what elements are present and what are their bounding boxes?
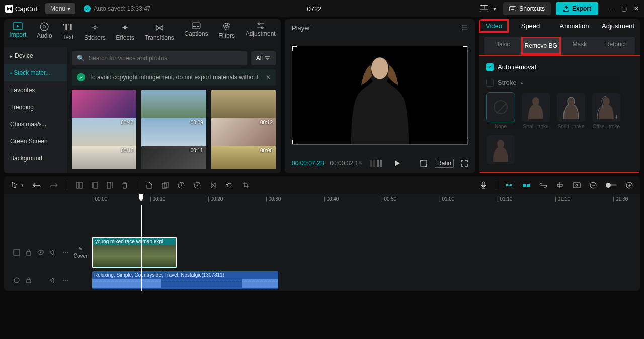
subtab-basic[interactable]: Basic [484,37,521,55]
tab-import[interactable]: Import [7,22,28,47]
trim-left-tool[interactable] [92,182,98,189]
mute-icon[interactable] [50,249,56,256]
stock-thumb[interactable]: 00:08 [211,146,276,169]
undo-button[interactable] [33,182,41,188]
preview-tool[interactable] [573,182,581,188]
copy-tool[interactable] [162,182,169,189]
video-clip[interactable]: young mixed race woman expl [92,237,177,268]
minimize-button[interactable]: — [608,5,614,12]
stroke-option-offset[interactable]: ⬇ Offse...troke [592,93,621,129]
eye-icon[interactable] [37,250,44,255]
fullscreen-button[interactable] [461,160,468,167]
tab-stickers[interactable]: ✧Stickers [82,22,108,47]
track-config-icon[interactable] [13,249,20,256]
subtab-removebg[interactable]: Remove BG [521,37,561,55]
sidebar-item-favorites[interactable]: Favorites [4,81,67,99]
timeline-ruler[interactable]: | 00:00| 00:10| 00:20| 00:30| 00:40| 00:… [4,194,640,205]
play-button[interactable] [393,160,400,167]
checkbox-off-icon[interactable] [486,79,494,87]
player-menu-button[interactable]: ☰ [462,24,468,32]
speed-tool[interactable] [178,182,185,189]
subtab-mask[interactable]: Mask [561,37,598,55]
stroke-option-solid[interactable]: Solid...troke [556,93,586,129]
stock-thumb[interactable]: 00:11 [141,146,206,169]
ratio-button[interactable]: Ratio [435,159,454,168]
playhead-line[interactable] [141,205,142,291]
mic-tool[interactable] [480,181,487,189]
resize-handle[interactable] [292,140,297,145]
rotate-tool[interactable] [226,182,233,189]
menu-button[interactable]: Menu ▾ [45,3,75,14]
lock-icon[interactable] [26,277,31,283]
checkbox-on-icon[interactable]: ✓ [486,63,494,71]
maximize-button[interactable]: ▢ [621,5,627,12]
delete-tool[interactable] [122,182,128,189]
chevron-down-icon[interactable]: ▾ [21,183,24,188]
lock-icon[interactable] [26,249,31,256]
sidebar-item-christmas[interactable]: Christmas&... [4,116,67,133]
tab-effects[interactable]: ✦Effects [114,22,136,47]
cursor-tool[interactable] [11,182,18,189]
zoom-out-button[interactable] [590,182,597,189]
tab-text[interactable]: TIText [60,22,75,47]
auto-removal-row[interactable]: ✓ Auto removal [486,63,633,71]
cover-button[interactable]: ✎ Cover [72,246,89,259]
tab-speed[interactable]: Speed [509,19,552,33]
marker-tool[interactable] [146,182,152,189]
trim-right-tool[interactable] [107,182,113,189]
align-tool[interactable] [556,182,564,189]
shortcuts-button[interactable]: Shortcuts [503,2,551,15]
tab-animation[interactable]: Animation [552,19,596,33]
split-tool[interactable] [76,182,83,189]
audio-clip[interactable]: Relaxing, Simple, Countryside, Travel, N… [92,271,278,289]
sidebar-item-greenscreen[interactable]: Green Screen [4,133,67,150]
zoom-in-button[interactable] [626,182,633,189]
stroke-option-none[interactable]: None [486,93,515,129]
crop-tool[interactable] [242,182,249,189]
stroke-option-straight[interactable]: Strai...troke [521,93,550,129]
link-tool[interactable] [539,183,547,188]
reverse-tool[interactable] [194,182,201,189]
sidebar-item-device[interactable]: ▸Device [4,47,67,64]
sidebar-item-introend[interactable]: Intro&End [4,167,67,173]
magnet-tool[interactable] [505,182,513,188]
chevron-up-icon[interactable]: ▴ [521,80,523,86]
stroke-option-extra[interactable] [486,135,515,164]
sidebar-item-background[interactable]: Background [4,150,67,167]
tab-captions[interactable]: Captions [182,22,210,47]
resize-handle[interactable] [292,46,297,51]
more-icon[interactable]: ⋯ [62,277,68,284]
more-icon[interactable]: ⋯ [62,249,68,256]
zoom-slider[interactable] [606,184,617,186]
tab-filters[interactable]: Filters [216,22,237,47]
scale-icon[interactable] [420,159,428,167]
close-warning-button[interactable]: ✕ [266,74,271,81]
resize-handle[interactable] [463,140,468,145]
mirror-tool[interactable] [210,182,217,189]
subtab-retouch[interactable]: Retouch [598,37,635,55]
tab-audio[interactable]: Audio [35,22,54,47]
tab-adjustment[interactable]: Adjustment [244,22,278,47]
resize-handle[interactable] [463,46,468,51]
preview-canvas[interactable] [292,46,468,145]
chevron-down-icon[interactable]: ▾ [491,3,498,14]
layout-icon[interactable] [478,3,490,14]
close-button[interactable]: ✕ [634,5,639,12]
sidebar-item-trending[interactable]: Trending [4,99,67,116]
tab-video[interactable]: Video [479,19,509,33]
sidebar-item-stock[interactable]: •Stock mater... [4,64,67,81]
inspector-panel: Video Speed Animation Adjustment Basic R… [479,19,640,173]
stroke-row[interactable]: Stroke ▴ [486,79,633,87]
tab-adjustment-insp[interactable]: Adjustment [596,19,640,33]
snap-tool[interactable] [522,182,530,188]
stock-thumb[interactable]: 00:16 [72,146,136,169]
track-config-icon[interactable] [13,277,20,283]
search-input-wrap[interactable]: 🔍 [72,51,247,65]
search-input[interactable] [89,55,242,62]
redo-button[interactable] [50,182,58,188]
mute-icon[interactable] [50,277,56,283]
tab-transitions[interactable]: ⋈Transitions [142,22,176,47]
export-button[interactable]: Export [556,2,598,15]
filter-all-button[interactable]: All [251,51,276,65]
download-icon[interactable]: ⬇ [614,114,618,120]
